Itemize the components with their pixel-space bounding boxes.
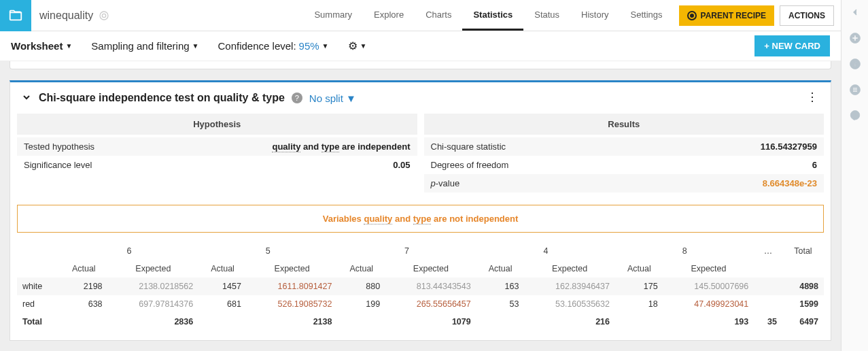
- svg-text:i: i: [854, 61, 856, 68]
- subcol-expected: Expected: [385, 260, 476, 278]
- previous-card-edge: [10, 61, 831, 69]
- cell-actual: 638: [60, 295, 108, 313]
- contingency-table: 65748…Total ActualExpectedActualExpected…: [17, 242, 824, 331]
- cell-actual: 53: [476, 295, 525, 313]
- conclusion-banner: Variables quality and type are not indep…: [17, 205, 824, 233]
- cell-actual: 2198: [60, 278, 108, 295]
- cell-expected: 47.499923041: [663, 295, 754, 313]
- sampling-label: Sampling and filtering: [91, 40, 189, 52]
- tab-status[interactable]: Status: [523, 0, 570, 31]
- dataset-name: winequality: [31, 10, 118, 22]
- caret-down-icon: ▼: [192, 42, 199, 50]
- cell-actual: 163: [476, 278, 525, 295]
- tab-history[interactable]: History: [570, 0, 619, 31]
- settings-dropdown[interactable]: ⚙ ▼: [348, 39, 367, 52]
- col-group: 8: [615, 242, 754, 260]
- row-label: red: [17, 295, 60, 313]
- right-side-panel: i: [841, 0, 868, 351]
- results-header: Results: [424, 114, 824, 135]
- row-label: white: [17, 278, 60, 295]
- tab-settings[interactable]: Settings: [620, 0, 674, 31]
- chat-icon[interactable]: [848, 109, 862, 122]
- chisq-stat-label: Chi-square statistic: [431, 141, 761, 152]
- col-group: Total: [782, 242, 824, 260]
- subcol-expected: Expected: [524, 260, 615, 278]
- tab-statistics[interactable]: Statistics: [462, 0, 523, 31]
- subcol-expected: Expected: [108, 260, 199, 278]
- card-title: Chi-square independence test on quality …: [39, 92, 285, 104]
- row-total: 4898: [782, 278, 824, 295]
- hypothesis-header: Hypothesis: [17, 114, 417, 135]
- hypothesis-panel: Hypothesis Tested hypothesis quality and…: [17, 114, 417, 195]
- row-total: 1599: [782, 295, 824, 313]
- add-icon[interactable]: [848, 31, 862, 45]
- col-group: 4: [476, 242, 615, 260]
- cell-actual: 175: [615, 278, 663, 295]
- card-menu-icon[interactable]: ⋯: [805, 91, 820, 105]
- split-label: No split: [309, 93, 343, 104]
- cell-actual: 880: [337, 278, 385, 295]
- caret-down-icon: ▼: [322, 42, 329, 50]
- svg-point-0: [100, 12, 108, 20]
- card-header: Chi-square independence test on quality …: [10, 82, 831, 114]
- recipe-icon: [687, 11, 697, 20]
- cell-actual: 1457: [198, 278, 247, 295]
- tested-hypothesis-label: Tested hypothesis: [24, 141, 272, 152]
- caret-down-icon: ▼: [65, 42, 72, 50]
- cell-expected: 53.160535632: [524, 295, 615, 313]
- significance-label: Significance level: [24, 160, 393, 170]
- dataset-folder-icon[interactable]: [0, 0, 31, 31]
- dataset-name-text: winequality: [39, 10, 93, 22]
- pvalue-value: 8.664348e-23: [763, 178, 817, 188]
- list-icon[interactable]: [848, 83, 862, 97]
- caret-down-icon: ▼: [346, 93, 356, 104]
- collapse-panel-icon[interactable]: [848, 5, 862, 19]
- subcol-actual: Actual: [615, 260, 663, 278]
- cell-actual: 199: [337, 295, 385, 313]
- confidence-value: 95%: [299, 40, 319, 52]
- info-icon[interactable]: i: [848, 57, 862, 71]
- confidence-dropdown[interactable]: Confidence level: 95% ▼: [218, 40, 329, 52]
- cell-actual: 18: [615, 295, 663, 313]
- parent-recipe-label: PARENT RECIPE: [701, 11, 766, 20]
- col-group: 6: [60, 242, 198, 260]
- table-row: white21982138.021856214571611.8091427880…: [17, 278, 824, 295]
- cell-expected: 145.50007696: [663, 278, 754, 295]
- subcol-actual: Actual: [476, 260, 525, 278]
- actions-button[interactable]: ACTIONS: [780, 5, 834, 26]
- workspace: Chi-square independence test on quality …: [0, 61, 841, 351]
- tested-hypothesis-value: quality and type are independent: [272, 141, 410, 152]
- subcol-expected: Expected: [247, 260, 338, 278]
- parent-recipe-button[interactable]: PARENT RECIPE: [679, 5, 774, 26]
- significance-value: 0.05: [393, 160, 410, 170]
- pvalue-label: p-value: [431, 178, 763, 188]
- col-group: 5: [198, 242, 337, 260]
- dof-value: 6: [812, 160, 817, 170]
- gear-icon: ⚙: [348, 39, 358, 52]
- top-nav: SummaryExploreChartsStatisticsStatusHist…: [303, 0, 673, 31]
- subcol-actual: Actual: [60, 260, 108, 278]
- target-icon[interactable]: [99, 10, 109, 21]
- worksheet-dropdown[interactable]: Worksheet ▼: [11, 40, 72, 52]
- chisq-stat-value: 116.54327959: [761, 141, 817, 152]
- col-group: …: [754, 242, 782, 260]
- cell-expected: 162.83946437: [524, 278, 615, 295]
- sampling-dropdown[interactable]: Sampling and filtering ▼: [91, 40, 198, 52]
- subcol-actual: Actual: [337, 260, 385, 278]
- help-icon[interactable]: ?: [292, 93, 302, 103]
- split-dropdown[interactable]: No split ▼: [309, 93, 356, 104]
- cell-expected: 526.19085732: [247, 295, 338, 313]
- caret-down-icon: ▼: [360, 42, 367, 50]
- subcol-actual: Actual: [198, 260, 247, 278]
- svg-point-1: [102, 14, 105, 17]
- confidence-label: Confidence level:: [218, 40, 296, 52]
- collapse-icon[interactable]: [21, 92, 32, 105]
- cell-expected: 1611.8091427: [247, 278, 338, 295]
- new-card-button[interactable]: + NEW CARD: [754, 35, 830, 56]
- tab-explore[interactable]: Explore: [363, 0, 415, 31]
- cell-expected: 697.97814376: [108, 295, 199, 313]
- worksheet-label: Worksheet: [11, 40, 63, 52]
- tab-charts[interactable]: Charts: [415, 0, 462, 31]
- tab-summary[interactable]: Summary: [303, 0, 363, 31]
- cell-expected: 2138.0218562: [108, 278, 199, 295]
